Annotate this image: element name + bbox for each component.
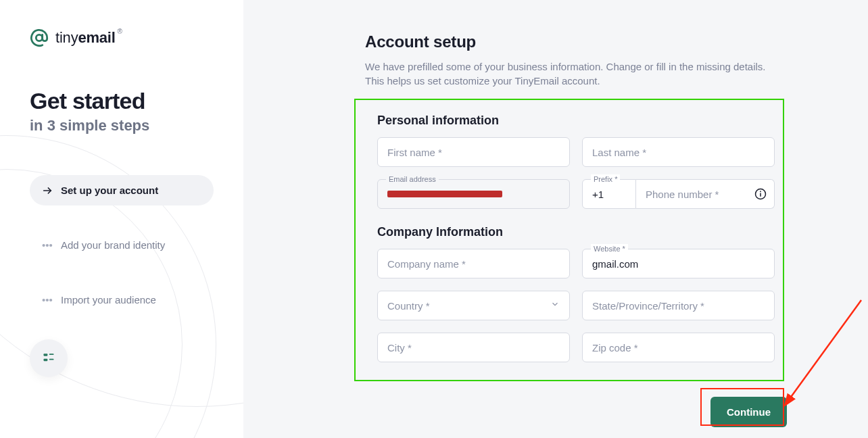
city-input[interactable]	[387, 342, 560, 354]
brand-name-email: email	[78, 29, 115, 46]
last-name-field[interactable]	[582, 137, 775, 167]
main-content: Account setup We have prefilled some of …	[243, 0, 868, 438]
svg-rect-3	[49, 354, 54, 355]
svg-point-0	[36, 34, 42, 41]
sidebar: tinyemail ® Get started in 3 simple step…	[0, 0, 243, 438]
ellipsis-icon: •••	[42, 239, 53, 251]
prefix-label: Prefix *	[591, 174, 620, 184]
email-label: Email address	[386, 174, 439, 184]
get-started-heading: Get started in 3 simple steps	[30, 88, 214, 135]
page-description: We have prefilled some of your business …	[365, 59, 787, 88]
phone-group: Prefix *	[582, 179, 775, 209]
brand-name-tiny: tiny	[55, 29, 78, 46]
continue-button[interactable]: Continue	[710, 397, 787, 427]
step-import-audience[interactable]: ••• Import your audience	[30, 285, 214, 315]
info-icon[interactable]	[754, 187, 767, 201]
first-name-input[interactable]	[387, 147, 560, 158]
continue-wrap: Continue	[710, 397, 787, 427]
zip-input[interactable]	[592, 342, 765, 354]
ellipsis-icon: •••	[42, 294, 53, 306]
first-name-field[interactable]	[377, 137, 570, 167]
step-label: Import your audience	[61, 294, 156, 306]
brand-logo: tinyemail ®	[30, 28, 214, 47]
registered-mark: ®	[118, 28, 122, 35]
sidebar-subtitle: in 3 simple steps	[30, 117, 214, 135]
phone-field[interactable]	[636, 179, 775, 209]
step-setup-account[interactable]: Set up your account	[30, 175, 214, 205]
company-info-heading: Company Information	[377, 225, 775, 239]
svg-rect-2	[44, 354, 48, 356]
email-redacted-value	[387, 191, 502, 197]
last-name-input[interactable]	[592, 147, 765, 158]
step-label: Set up your account	[61, 185, 158, 196]
brand-name: tinyemail ®	[55, 29, 116, 47]
prefix-field[interactable]: Prefix *	[582, 179, 636, 209]
sidebar-title: Get started	[30, 88, 214, 114]
website-label: Website *	[591, 244, 628, 253]
phone-input[interactable]	[646, 189, 747, 200]
svg-rect-5	[49, 359, 54, 360]
arrow-right-icon	[42, 185, 53, 196]
zip-field[interactable]	[582, 333, 775, 362]
onboarding-steps: Set up your account ••• Add your brand i…	[30, 175, 214, 315]
country-field[interactable]	[377, 291, 570, 320]
website-input[interactable]	[592, 258, 765, 270]
at-sign-icon	[30, 28, 49, 47]
svg-rect-4	[44, 359, 48, 361]
account-setup-form: Personal information Email address Prefi…	[365, 103, 787, 387]
personal-info-heading: Personal information	[377, 114, 775, 128]
country-input[interactable]	[387, 300, 560, 312]
svg-point-8	[760, 191, 761, 192]
form-icon	[42, 351, 55, 365]
prefix-input[interactable]	[592, 189, 626, 200]
step-label: Add your brand identity	[61, 239, 165, 251]
step-brand-identity[interactable]: ••• Add your brand identity	[30, 230, 214, 260]
company-name-input[interactable]	[387, 258, 560, 270]
state-input[interactable]	[592, 300, 765, 312]
chevron-down-icon	[550, 299, 560, 312]
company-name-field[interactable]	[377, 249, 570, 278]
form-builder-icon-button[interactable]	[30, 339, 68, 377]
page-title: Account setup	[365, 32, 787, 51]
city-field[interactable]	[377, 333, 570, 362]
email-field: Email address	[377, 179, 570, 209]
state-field[interactable]	[582, 291, 775, 320]
website-field[interactable]: Website *	[582, 249, 775, 278]
